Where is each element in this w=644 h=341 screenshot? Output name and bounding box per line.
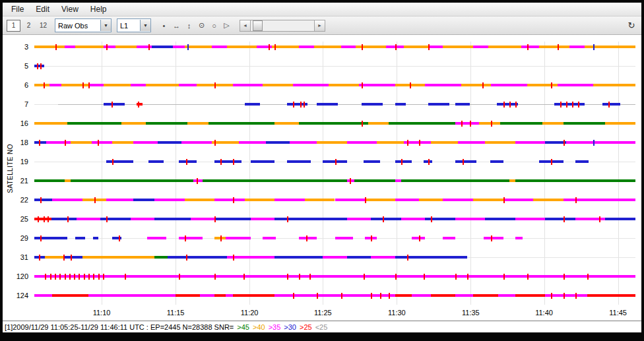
obs-segment	[305, 199, 335, 201]
obs-segment	[181, 141, 212, 144]
obs-segment	[52, 199, 82, 201]
obs-segment	[428, 46, 443, 48]
obs-segment	[545, 218, 575, 220]
obs-tick	[380, 293, 381, 299]
time-scrollbar[interactable]: ◄ ►	[240, 20, 325, 32]
obs-segment	[585, 46, 635, 48]
obs-segment	[395, 179, 401, 182]
obs-segment	[214, 199, 245, 201]
obs-segment	[176, 294, 199, 297]
obs-tick	[187, 44, 189, 50]
chevron-down-icon[interactable]: ▼	[140, 20, 150, 31]
obs-segment	[179, 84, 197, 86]
obs-segment	[479, 122, 500, 125]
obs-segment	[347, 141, 377, 144]
fix-center-icon[interactable]: ⊙	[196, 20, 207, 31]
obs-tick	[566, 102, 567, 108]
status-bar: [1]2009/11/29 11:05:25-11/29 11:46:11 UT…	[3, 321, 641, 332]
menu-view[interactable]: View	[55, 3, 84, 15]
time-tick-label: 11:40	[535, 309, 553, 317]
obs-tick	[335, 159, 337, 165]
menu-edit[interactable]: Edit	[30, 3, 55, 15]
obs-segment	[34, 84, 49, 86]
obs-segment	[245, 199, 275, 201]
obs-tick	[293, 293, 294, 299]
obs-segment	[515, 141, 546, 144]
satellite-label: 25	[20, 215, 28, 223]
scroll-left-icon[interactable]: ◄	[240, 20, 251, 31]
frequency-select[interactable]: L1 ▼	[117, 18, 151, 32]
obs-segment	[287, 160, 311, 163]
menu-help[interactable]: Help	[84, 3, 113, 15]
view-12-button[interactable]: 12	[37, 20, 49, 31]
obs-segment	[58, 104, 635, 105]
reload-icon[interactable]: ↻	[626, 20, 637, 32]
obs-segment	[34, 294, 52, 297]
obs-segment	[473, 294, 498, 297]
menu-file[interactable]: File	[5, 3, 30, 15]
obs-tick	[74, 274, 75, 280]
fit-horizontal-icon[interactable]: ↔	[171, 20, 182, 31]
obs-segment	[368, 122, 389, 125]
obs-segment	[45, 256, 64, 259]
obs-segment	[515, 237, 523, 239]
obs-segment	[488, 46, 521, 48]
obs-tick	[38, 216, 39, 222]
obs-segment	[428, 103, 449, 106]
obs-segment	[131, 84, 146, 86]
view-1-button[interactable]: 1	[7, 20, 20, 32]
obs-tick	[410, 82, 411, 88]
obs-segment	[558, 84, 594, 86]
obs-tick	[233, 255, 234, 261]
toolbar-icons: •↔↕⊙○▷	[158, 20, 232, 31]
fit-vertical-icon[interactable]: ↕	[183, 20, 195, 31]
satellite-label: 6	[24, 81, 28, 89]
scroll-right-icon[interactable]: ►	[314, 20, 325, 31]
scrollbar-track[interactable]	[251, 20, 314, 31]
obs-segment	[104, 46, 115, 48]
obs-tick	[527, 274, 529, 280]
obs-tick	[401, 159, 402, 165]
obs-segment	[131, 218, 154, 220]
obs-tick	[48, 216, 49, 222]
obs-segment	[602, 103, 620, 106]
gridline-vertical	[102, 42, 102, 305]
obs-segment	[227, 46, 257, 48]
obs-tick	[575, 293, 577, 299]
point-size-icon[interactable]: •	[158, 20, 170, 31]
chevron-down-icon[interactable]: ▼	[100, 20, 111, 31]
obs-tick	[431, 216, 432, 222]
scrollbar-thumb[interactable]	[253, 20, 263, 31]
app-window: File Edit View Help 1 2 12 Raw Obs ▼ L1 …	[0, 0, 644, 341]
satellite-label: 124	[16, 292, 28, 299]
obs-tick	[214, 82, 216, 88]
obs-tick	[88, 82, 90, 88]
obs-tick	[509, 102, 511, 108]
obs-segment	[419, 199, 443, 201]
plot-area[interactable]	[34, 38, 635, 305]
obs-segment	[154, 218, 191, 220]
obs-segment	[121, 122, 145, 125]
animate-icon[interactable]: ▷	[221, 20, 232, 31]
obs-segment	[293, 84, 329, 86]
obs-tick	[106, 44, 108, 50]
fix-horizontal-icon[interactable]: ○	[209, 20, 220, 31]
obs-segment	[191, 218, 214, 220]
obs-segment	[82, 256, 154, 259]
plot-type-select[interactable]: Raw Obs ▼	[55, 18, 112, 32]
obs-tick	[50, 274, 51, 280]
obs-segment	[485, 141, 515, 144]
obs-tick	[269, 44, 270, 50]
obs-tick	[88, 274, 90, 280]
obs-segment	[485, 218, 515, 220]
obs-segment	[317, 141, 347, 144]
obs-segment	[133, 199, 154, 201]
view-2-button[interactable]: 2	[22, 20, 35, 31]
obs-tick	[419, 140, 420, 146]
obs-segment	[341, 46, 356, 48]
obs-segment	[425, 218, 455, 220]
obs-segment	[154, 256, 168, 259]
obs-segment	[412, 294, 431, 297]
legend-item: >40	[253, 323, 265, 331]
obs-segment	[239, 141, 266, 144]
